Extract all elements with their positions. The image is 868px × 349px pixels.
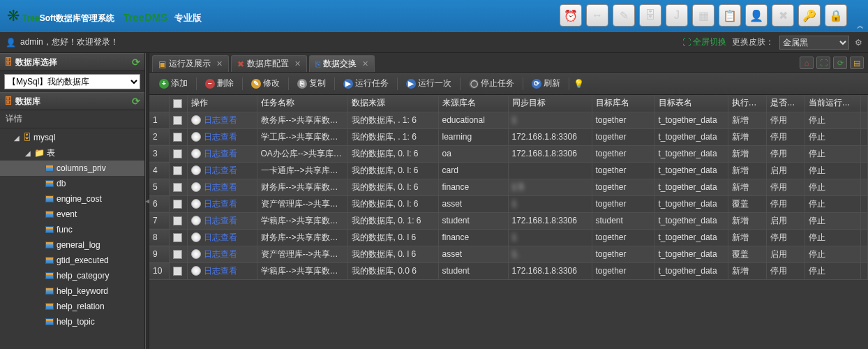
col-task[interactable]: 任务名称 [257, 95, 347, 112]
tab-1[interactable]: ✖数据库配置✕ [231, 55, 307, 72]
col-en[interactable]: 是否启用 [766, 95, 805, 112]
fullscreen-button[interactable]: ⛶ 全屏切换 [682, 36, 726, 48]
table-row[interactable]: 3日志查看OA办公库-->共享库数据我的数据库, 0. l: 6oa172.16… [149, 145, 868, 162]
run-button[interactable]: ▶运行任务 [339, 75, 393, 91]
top-icon-4[interactable]: J [666, 4, 688, 27]
tree-node-mysql[interactable]: ◢ 🗄 mysql [0, 130, 144, 145]
top-icon-2[interactable]: ✎ [613, 4, 635, 27]
table-row[interactable]: 2日志查看学工库-->共享库数据同步我的数据库, . 1: 6learning1… [149, 128, 868, 145]
log-link[interactable]: 日志查看 [204, 132, 237, 142]
top-icon-7[interactable]: 👤 [745, 4, 768, 27]
col-tgt[interactable]: 同步目标 [508, 95, 592, 112]
table-row[interactable]: 8日志查看财务库-->共享库数据同步我的数据库, 0. l 6finance1 … [149, 229, 868, 246]
top-icon-6[interactable]: 📋 [719, 4, 741, 27]
log-link[interactable]: 日志查看 [204, 115, 237, 125]
col-st[interactable]: 当前运行状态 [805, 95, 860, 112]
col-srctab[interactable]: 来源库名 [438, 95, 508, 112]
database-select[interactable]: 【MySql】我的数据库 [4, 74, 140, 89]
row-checkbox[interactable] [169, 195, 187, 212]
tree-node-tables[interactable]: ◢ 📁 表 [0, 145, 144, 161]
row-checkbox[interactable] [169, 229, 187, 246]
op-icon[interactable] [191, 165, 201, 175]
fullscreen-icon[interactable]: ⛶ [816, 57, 830, 69]
row-checkbox[interactable] [169, 145, 187, 162]
top-icon-8[interactable]: ✖ [772, 4, 794, 27]
refresh-icon[interactable]: ⟳ [833, 57, 847, 69]
top-icon-9[interactable]: 🔑 [798, 4, 821, 27]
row-checkbox[interactable] [169, 112, 187, 128]
log-link[interactable]: 日志查看 [204, 165, 237, 175]
op-icon[interactable] [191, 115, 201, 125]
op-icon[interactable] [191, 149, 201, 158]
skin-select[interactable]: 金属黑 [779, 36, 849, 50]
tree-table-func[interactable]: func [0, 222, 144, 237]
settings-icon[interactable]: ⚙ [855, 38, 862, 47]
log-link[interactable]: 日志查看 [204, 149, 237, 158]
collapse-icon[interactable]: ◢ [13, 134, 21, 142]
home-icon[interactable]: ⌂ [800, 57, 814, 69]
op-icon[interactable] [191, 199, 201, 209]
op-icon[interactable] [191, 182, 201, 192]
refresh-icon[interactable]: ⟳ [132, 57, 140, 68]
tree-table-help_topic[interactable]: help_topic [0, 314, 144, 329]
list-icon[interactable]: ▤ [850, 57, 864, 69]
refresh-button[interactable]: ⟳刷新 [527, 75, 564, 91]
col-tgtdb[interactable]: 目标库名 [592, 95, 654, 112]
refresh-icon[interactable]: ⟳ [132, 96, 140, 107]
table-row[interactable]: 5日志查看财务库-->共享库数据同步我的数据库, 0. l: 6finance1… [149, 179, 868, 195]
top-icon-3[interactable]: 🗄 [639, 4, 661, 27]
tree-table-help_category[interactable]: help_category [0, 268, 144, 283]
col-checkbox-header[interactable] [169, 95, 187, 112]
delete-button[interactable]: −删除 [201, 75, 238, 91]
edit-button[interactable]: ✎修改 [247, 75, 284, 91]
log-link[interactable]: 日志查看 [204, 249, 237, 259]
top-icon-10[interactable]: 🔒 [825, 4, 847, 27]
log-link[interactable]: 日志查看 [204, 182, 237, 192]
table-row[interactable]: 1日志查看教务库-->共享库数据同步我的数据库, . 1: 6education… [149, 112, 868, 128]
row-checkbox[interactable] [169, 246, 187, 262]
tab-2[interactable]: ⎘数据交换✕ [309, 55, 375, 72]
copy-button[interactable]: ⎘复制 [293, 75, 330, 91]
top-icon-1[interactable]: ↔ [586, 4, 608, 27]
log-link[interactable]: 日志查看 [204, 216, 237, 225]
bulb-icon[interactable]: 💡 [574, 79, 584, 89]
op-icon[interactable] [191, 216, 201, 225]
log-link[interactable]: 日志查看 [204, 266, 237, 276]
op-icon[interactable] [191, 132, 201, 142]
tree-table-engine_cost[interactable]: engine_cost [0, 191, 144, 207]
table-row[interactable]: 4日志查看一卡通库-->共享库数据我的数据库, 0. l: 6card toge… [149, 162, 868, 179]
tree-table-help_keyword[interactable]: help_keyword [0, 283, 144, 299]
op-icon[interactable] [191, 249, 201, 259]
col-op[interactable]: 操作 [187, 95, 257, 112]
log-link[interactable]: 日志查看 [204, 232, 237, 242]
run-once-button[interactable]: ▶运行一次 [402, 75, 456, 91]
col-act[interactable]: 执行动作 [728, 95, 766, 112]
tab-0[interactable]: ▣运行及展示✕ [152, 55, 229, 72]
log-link[interactable]: 日志查看 [204, 199, 237, 209]
op-icon[interactable] [191, 232, 201, 242]
add-button[interactable]: +添加 [155, 75, 192, 91]
close-icon[interactable]: ✕ [216, 59, 223, 68]
close-icon[interactable]: ✕ [294, 59, 301, 68]
stop-button[interactable]: ◯停止任务 [465, 75, 518, 91]
table-row[interactable]: 10日志查看学籍库-->共享库数据同步我的数据库, 0.0 6student17… [149, 262, 868, 279]
row-checkbox[interactable] [169, 162, 187, 179]
top-icon-5[interactable]: ▦ [692, 4, 714, 27]
tree-table-general_log[interactable]: general_log [0, 237, 144, 253]
row-checkbox[interactable] [169, 179, 187, 195]
expand-icon[interactable]: ︽ [857, 21, 864, 31]
col-tgttab[interactable]: 目标表名 [654, 95, 728, 112]
top-icon-0[interactable]: ⏰ [560, 4, 582, 27]
tree-table-event[interactable]: event [0, 207, 144, 222]
table-row[interactable]: 6日志查看资产管理库-->共享库数据我的数据库, 0. l: 6asset1 t… [149, 195, 868, 212]
tree-table-help_relation[interactable]: help_relation [0, 299, 144, 314]
op-icon[interactable] [191, 266, 201, 276]
col-src[interactable]: 数据来源 [347, 95, 438, 112]
table-row[interactable]: 7日志查看学籍库-->共享库数据同步我的数据库, 0. 1: 6student1… [149, 212, 868, 229]
table-row[interactable]: 9日志查看资产管理库-->共享库数据我的数据库, 0. l 6asset1. t… [149, 246, 868, 262]
tree-table-db[interactable]: db [0, 176, 144, 191]
tree-table-gtid_executed[interactable]: gtid_executed [0, 253, 144, 268]
close-icon[interactable]: ✕ [362, 59, 368, 68]
tree-table-columns_priv[interactable]: columns_priv [0, 161, 144, 176]
row-checkbox[interactable] [169, 212, 187, 229]
